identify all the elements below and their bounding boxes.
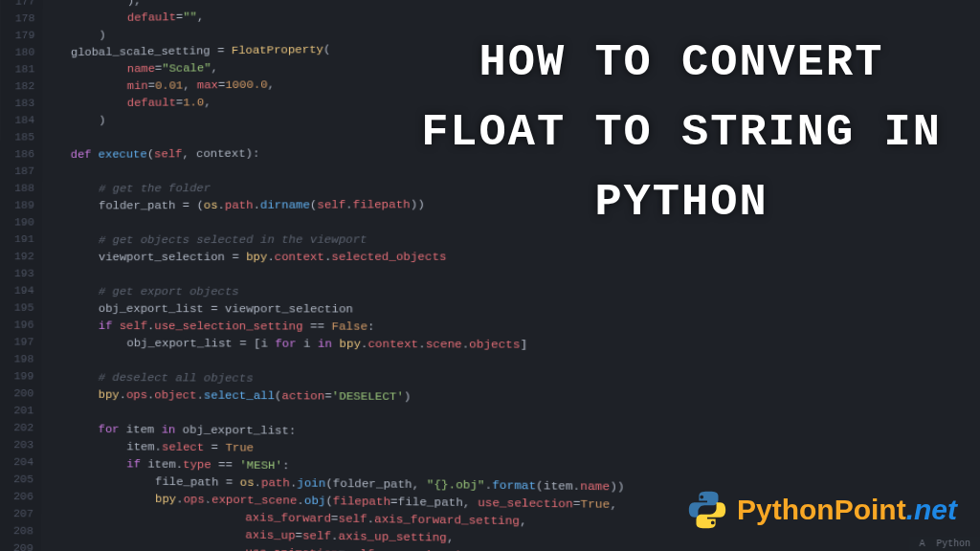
code-line: # get export objects: [42, 282, 980, 300]
status-bar: A Python: [910, 537, 980, 551]
line-number: 195: [0, 299, 33, 317]
python-logo-icon: [685, 488, 729, 532]
line-number: 177: [1, 0, 34, 11]
brand-name: PythonPoint: [737, 494, 906, 525]
line-number: 194: [0, 282, 34, 299]
line-number: 179: [1, 27, 34, 44]
line-number: 186: [0, 146, 34, 164]
line-number: 187: [0, 163, 34, 180]
line-number: 192: [0, 249, 34, 266]
line-number: 183: [1, 95, 35, 112]
status-language: Python: [936, 539, 970, 549]
line-number: 191: [0, 231, 34, 249]
line-number: 193: [0, 265, 34, 282]
line-number: 202: [0, 419, 33, 436]
line-number: 181: [1, 61, 34, 78]
line-number: 203: [0, 436, 33, 453]
line-number: 200: [0, 386, 33, 403]
line-number: 196: [0, 317, 33, 334]
brand-text: PythonPoint.net: [737, 494, 957, 526]
page-title: HOW TO CONVERT FLOAT TO STRING IN PYTHON: [413, 29, 949, 238]
line-number: 188: [0, 180, 34, 197]
line-number: 184: [1, 112, 35, 129]
line-number: 190: [0, 214, 34, 231]
line-number: 201: [0, 403, 33, 420]
line-number: 185: [0, 129, 34, 146]
line-number: 180: [1, 44, 34, 61]
line-number-gutter: 1771781791801811821831841851861871881891…: [0, 0, 43, 551]
brand-logo: PythonPoint.net: [685, 488, 957, 532]
code-line: viewport_selection = bpy.context.selecte…: [42, 247, 980, 265]
line-number: 189: [0, 197, 34, 214]
line-number: 209: [0, 540, 33, 551]
line-number: 205: [0, 471, 33, 488]
line-number: 197: [0, 334, 33, 351]
status-indicator: A: [920, 539, 925, 549]
code-line: [42, 265, 980, 283]
line-number: 208: [0, 522, 33, 540]
line-number: 178: [1, 11, 34, 28]
line-number: 207: [0, 505, 33, 522]
line-number: 198: [0, 351, 33, 368]
brand-domain: .net: [906, 494, 957, 525]
line-number: 199: [0, 368, 33, 386]
line-number: 182: [1, 78, 35, 96]
line-number: 204: [0, 453, 33, 471]
line-number: 206: [0, 488, 33, 505]
